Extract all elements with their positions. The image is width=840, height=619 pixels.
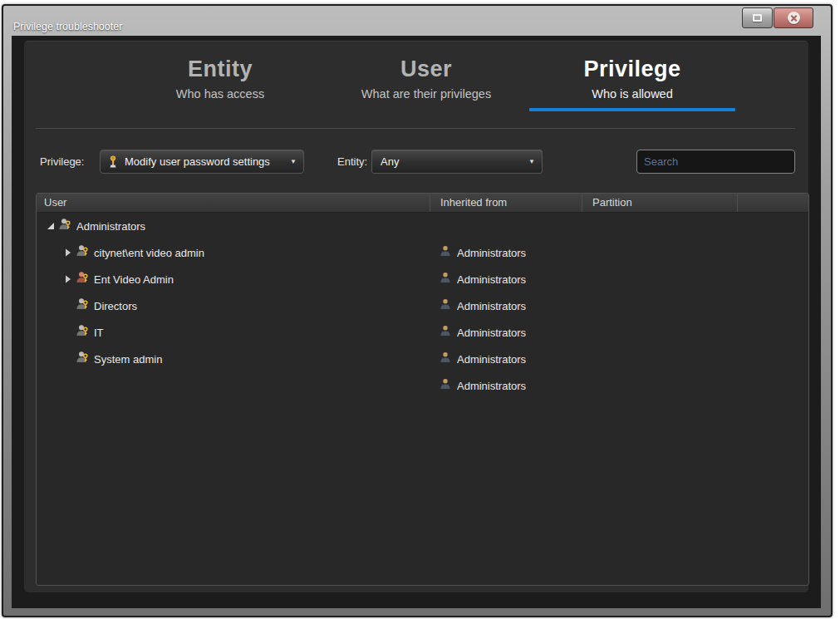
user-name: IT [94,327,104,339]
table-row[interactable]: Directors Administrators [37,292,808,319]
table-row[interactable]: Ent Video Admin Administrators [37,266,808,292]
tab-privilege-subtitle: Who is allowed [529,87,735,101]
filter-bar: Privilege: Modify user password settings… [24,150,808,174]
tab-entity-underline [117,108,323,111]
user-icon [440,351,451,366]
user-name: citynet\ent video admin [94,247,204,259]
entity-dropdown[interactable]: Any ▼ [371,150,543,174]
table-row[interactable]: citynet\ent video admin Administrators [37,239,808,266]
expander-collapsed-icon[interactable] [62,248,73,257]
user-icon [440,325,451,340]
inherited-from-value: Administrators [457,327,526,339]
maximize-icon [753,14,762,22]
tab-bar: Entity Who has access User What are thei… [117,56,735,111]
user-icon [440,272,451,287]
search-input[interactable] [644,155,790,168]
close-button[interactable] [774,7,813,28]
privilege-dropdown-value: Modify user password settings [125,155,270,168]
inherited-from-value: Administrators [457,273,526,286]
table-row[interactable]: Administrators [37,372,808,399]
column-header-user[interactable]: User [37,194,430,212]
window-content: Entity Who has access User What are thei… [12,36,821,608]
column-header-extra [737,194,808,212]
tab-entity-title: Entity [117,56,323,82]
tab-user[interactable]: User What are their privileges [323,56,529,111]
entity-filter-label: Entity: [337,155,367,168]
user-group-icon [58,218,71,234]
tabs-divider [36,128,795,129]
chevron-down-icon: ▼ [528,158,535,165]
entity-dropdown-value: Any [381,155,399,168]
table-row[interactable]: System admin Administrators [37,346,808,372]
tab-privilege[interactable]: Privilege Who is allowed [529,56,735,111]
tab-user-title: User [323,56,529,82]
user-group-icon [76,297,89,314]
user-icon [440,298,451,313]
user-name: Directors [94,300,137,312]
user-group-icon [76,351,89,367]
privilege-filter-label: Privilege: [40,155,84,168]
window-title: Privilege troubleshooter [13,21,122,32]
inherited-from-value: Administrators [457,300,526,312]
main-panel: Entity Who has access User What are thei… [24,41,808,592]
privilege-key-icon [107,155,119,168]
active-tab-indicator [529,108,735,111]
user-name: System admin [94,353,162,366]
expander-expanded-icon[interactable] [45,222,56,230]
tab-privilege-title: Privilege [529,56,735,82]
user-group-icon [76,324,89,341]
search-box [636,150,795,174]
expander-collapsed-icon[interactable] [62,275,73,283]
tab-user-underline [323,108,529,111]
close-icon [788,12,800,24]
user-icon [440,245,451,260]
table-body: Administrators [37,213,808,399]
user-name: Ent Video Admin [94,273,174,286]
user-icon [440,378,451,393]
table-header: User Inherited from Partition [37,194,808,213]
privilege-dropdown[interactable]: Modify user password settings ▼ [100,150,304,174]
column-header-partition[interactable]: Partition [582,194,737,212]
chevron-down-icon: ▼ [290,158,297,165]
inherited-from-value: Administrators [457,353,526,366]
titlebar[interactable]: Privilege troubleshooter [3,6,831,36]
table-row[interactable]: IT Administrators [37,319,808,346]
table-row[interactable]: Administrators [37,213,808,239]
results-table: User Inherited from Partition [36,193,809,586]
maximize-button[interactable] [742,7,773,28]
inherited-from-value: Administrators [457,247,526,259]
inherited-from-value: Administrators [457,380,526,392]
column-header-inherited-from[interactable]: Inherited from [430,194,582,212]
tab-entity[interactable]: Entity Who has access [117,56,323,111]
privilege-troubleshooter-window: Privilege troubleshooter Entity Who has … [2,4,833,617]
user-group-icon [76,244,89,261]
tab-user-subtitle: What are their privileges [323,87,529,101]
tab-entity-subtitle: Who has access [117,87,323,101]
user-name: Administrators [76,220,145,233]
user-group-red-icon [76,271,89,287]
